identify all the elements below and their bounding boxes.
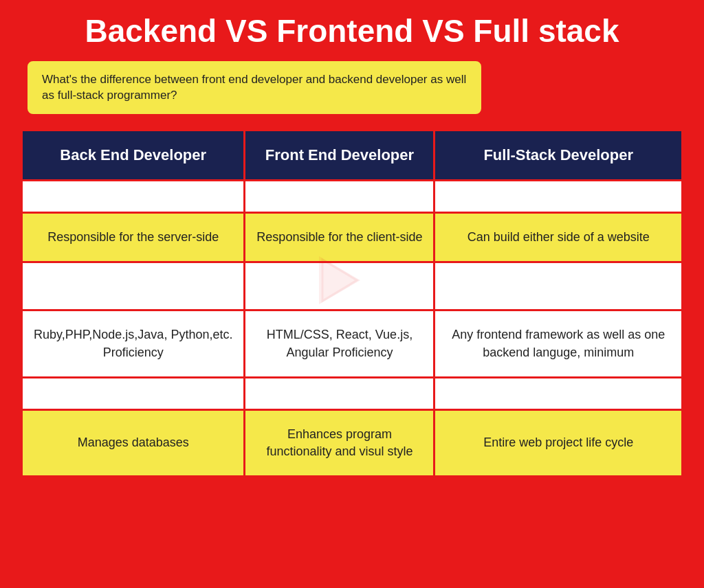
cell-r2-c1: Responsible for the server-side — [22, 213, 245, 262]
cell-r6-c2: Enhances program functionality and visul… — [245, 409, 434, 476]
table-row — [22, 377, 683, 409]
cell-r2-c2: Responsible for the client-side — [245, 213, 434, 262]
page-title: Backend VS Frontend VS Full stack — [85, 14, 619, 49]
cell-r2-c3: Can build either side of a website — [434, 213, 683, 262]
cell-r1-c3 — [434, 181, 683, 213]
cell-r1-c1 — [22, 181, 245, 213]
cell-r1-c2 — [245, 181, 434, 213]
col-header-backend: Back End Developer — [22, 131, 245, 181]
cell-r5-c2 — [245, 377, 434, 409]
svg-marker-0 — [319, 256, 360, 304]
comparison-table: Back End Developer Front End Developer F… — [21, 129, 683, 477]
cell-r3-c1 — [22, 262, 245, 310]
col-header-frontend: Front End Developer — [245, 131, 434, 181]
logo-watermark — [319, 256, 360, 317]
subtitle-box: What's the difference between front end … — [28, 61, 481, 115]
cell-r4-c2: HTML/CSS, React, Vue.js, Angular Profici… — [245, 310, 434, 377]
table-row — [22, 181, 683, 213]
col-header-fullstack: Full-Stack Developer — [434, 131, 683, 181]
cell-r4-c1: Ruby,PHP,Node.js,Java, Python,etc. Profi… — [22, 310, 245, 377]
cell-r6-c1: Manages databases — [22, 409, 245, 476]
cell-r3-c3 — [434, 262, 683, 310]
table-row: Responsible for the server-side Responsi… — [22, 213, 683, 262]
cell-r4-c3: Any frontend framework as well as one ba… — [434, 310, 683, 377]
table-row: Manages databases Enhances program funct… — [22, 409, 683, 476]
subtitle-text: What's the difference between front end … — [42, 71, 467, 104]
svg-marker-1 — [322, 260, 357, 301]
table-row: Ruby,PHP,Node.js,Java, Python,etc. Profi… — [22, 310, 683, 377]
cell-r3-c2-logo — [245, 262, 434, 310]
cell-r5-c1 — [22, 377, 245, 409]
cell-r6-c3: Entire web project life cycle — [434, 409, 683, 476]
table-row — [22, 262, 683, 310]
cell-r5-c3 — [434, 377, 683, 409]
